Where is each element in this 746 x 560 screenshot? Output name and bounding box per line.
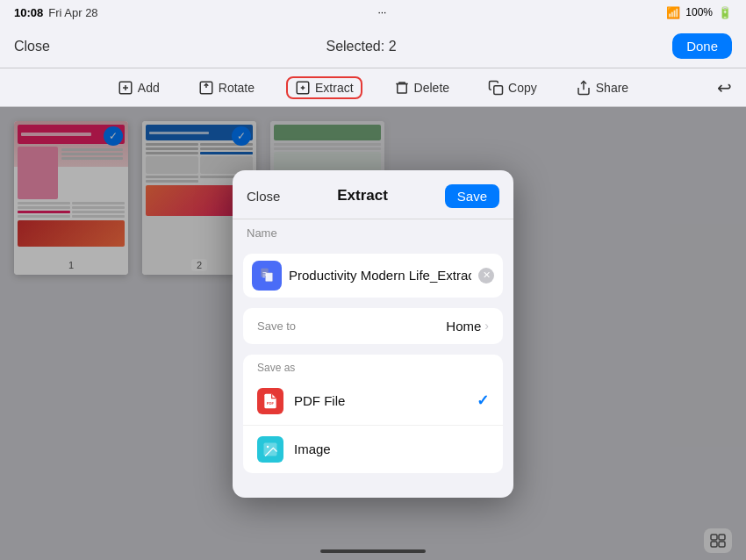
copy-icon	[488, 80, 504, 96]
image-option-label: Image	[294, 442, 489, 456]
modal-title: Extract	[337, 187, 388, 205]
save-to-value[interactable]: Home ›	[446, 319, 489, 334]
extract-modal: Close Extract Save Name	[233, 170, 513, 498]
status-icons: 📶 100% 🔋	[666, 6, 732, 19]
nav-close-button[interactable]: Close	[14, 39, 50, 54]
modal-header: Close Extract Save	[233, 170, 513, 219]
extract-icon	[295, 80, 311, 96]
add-icon	[118, 80, 133, 96]
save-to-row[interactable]: Save to Home ›	[243, 308, 503, 344]
modal-overlay: Close Extract Save Name	[0, 107, 746, 560]
save-to-label: Save to	[257, 319, 296, 333]
name-row: ✕	[243, 254, 503, 298]
svg-rect-6	[494, 85, 503, 94]
rotate-icon	[198, 80, 214, 96]
productivity-icon	[258, 267, 276, 284]
save-as-pdf-item[interactable]: PDF PDF File ✓	[243, 377, 503, 426]
delete-icon	[394, 80, 410, 96]
pdf-option-label: PDF File	[294, 393, 477, 408]
save-as-section: Save as PDF PDF File ✓	[243, 355, 503, 473]
battery-icon: 🔋	[718, 6, 732, 19]
share-button[interactable]: Share	[569, 76, 635, 99]
nav-bar: Close Selected: 2 Done	[0, 25, 746, 68]
image-icon-svg	[262, 441, 279, 458]
rotate-button[interactable]: Rotate	[191, 76, 262, 99]
copy-button[interactable]: Copy	[481, 76, 544, 99]
svg-point-13	[267, 445, 269, 448]
delete-button[interactable]: Delete	[387, 76, 456, 99]
name-label: Name	[233, 219, 513, 243]
save-as-image-item[interactable]: Image	[243, 426, 503, 473]
chevron-right-icon: ›	[484, 319, 489, 333]
main-content: ✓ 1	[0, 107, 746, 560]
wifi-icon: 📶	[666, 6, 680, 19]
modal-close-button[interactable]: Close	[247, 189, 280, 204]
pdf-icon-svg: PDF	[262, 392, 279, 410]
pdf-selected-check: ✓	[477, 391, 489, 410]
pdf-file-icon: PDF	[257, 388, 283, 414]
save-to-location: Home	[446, 319, 481, 334]
name-section: ✕	[243, 254, 503, 298]
image-file-icon	[257, 436, 283, 463]
svg-rect-9	[265, 272, 272, 281]
modal-save-button[interactable]: Save	[445, 184, 499, 208]
clear-input-button[interactable]: ✕	[478, 268, 494, 284]
share-icon	[576, 80, 592, 96]
extract-button[interactable]: Extract	[286, 76, 362, 99]
toolbar: Add Rotate Extract Delete Copy	[0, 68, 746, 107]
add-button[interactable]: Add	[111, 76, 167, 99]
battery-percent: 100%	[685, 6, 713, 18]
status-time: 10:08	[14, 6, 43, 19]
status-date: Fri Apr 28	[48, 6, 97, 19]
save-as-label: Save as	[243, 355, 503, 377]
svg-rect-5	[397, 83, 406, 93]
svg-text:PDF: PDF	[267, 401, 275, 406]
undo-button[interactable]: ↩	[717, 77, 732, 98]
nav-title: Selected: 2	[326, 39, 396, 54]
file-name-input[interactable]	[289, 268, 471, 283]
nav-done-button[interactable]: Done	[672, 33, 732, 59]
status-bar: 10:08 Fri Apr 28 ··· 📶 100% 🔋	[0, 0, 746, 25]
file-icon	[252, 261, 282, 291]
